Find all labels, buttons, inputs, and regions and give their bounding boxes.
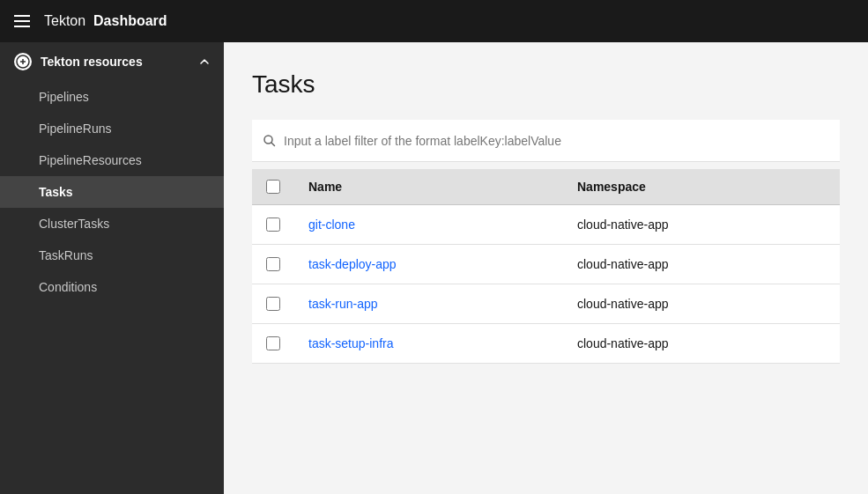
filter-bar [252,120,840,162]
task-link-0[interactable]: git-clone [308,218,355,232]
row-checkbox-1[interactable] [266,257,280,271]
row-namespace-cell: cloud-native-app [563,245,840,284]
row-checkbox-cell [252,205,294,245]
row-name-cell: task-deploy-app [294,245,563,284]
hamburger-menu[interactable] [14,15,30,27]
task-link-1[interactable]: task-deploy-app [308,257,397,271]
table-row: task-run-app cloud-native-app [252,284,840,324]
tasks-table: Name Namespace git-clone cloud-native-ap… [252,169,840,364]
task-link-3[interactable]: task-setup-infra [308,336,393,350]
table-header-checkbox [252,169,294,205]
row-name-cell: task-setup-infra [294,324,563,364]
row-checkbox-3[interactable] [266,336,280,350]
row-checkbox-0[interactable] [266,218,280,232]
row-namespace-cell: cloud-native-app [563,324,840,364]
sidebar-item-pipeline-resources[interactable]: PipelineResources [0,144,224,176]
chevron-up-icon [199,56,210,67]
row-checkbox-cell [252,245,294,284]
row-namespace-cell: cloud-native-app [563,284,840,324]
section-left: Tekton resources [14,53,143,70]
table-header-name: Name [294,169,563,205]
app-title: Tekton Dashboard [44,13,167,29]
main-content: Tasks Name Namespace [224,42,868,494]
row-name-cell: git-clone [294,205,563,245]
search-icon [263,134,277,148]
main-layout: Tekton resources Pipelines PipelineRuns … [0,42,868,494]
table-row: task-setup-infra cloud-native-app [252,324,840,364]
app-name-bold: Dashboard [93,13,167,28]
sidebar-item-conditions[interactable]: Conditions [0,271,224,303]
table-row: git-clone cloud-native-app [252,205,840,245]
sidebar-item-cluster-tasks[interactable]: ClusterTasks [0,208,224,240]
sidebar-item-tasks[interactable]: Tasks [0,176,224,208]
row-checkbox-2[interactable] [266,297,280,311]
table-header-row: Name Namespace [252,169,840,205]
sidebar: Tekton resources Pipelines PipelineRuns … [0,42,224,494]
sidebar-item-pipelines[interactable]: Pipelines [0,81,224,113]
row-checkbox-cell [252,324,294,364]
table-header-namespace: Namespace [563,169,840,205]
filter-input[interactable] [284,134,829,148]
task-link-2[interactable]: task-run-app [308,297,378,311]
sidebar-section-title: Tekton resources [41,55,143,69]
sidebar-item-pipeline-runs[interactable]: PipelineRuns [0,113,224,144]
app-name-normal: Tekton [44,13,85,28]
sidebar-section-header[interactable]: Tekton resources [0,42,224,81]
sidebar-item-task-runs[interactable]: TaskRuns [0,240,224,271]
page-title: Tasks [252,70,840,99]
row-name-cell: task-run-app [294,284,563,324]
top-header: Tekton Dashboard [0,0,868,42]
row-namespace-cell: cloud-native-app [563,205,840,245]
tekton-icon [14,53,32,70]
row-checkbox-cell [252,284,294,324]
select-all-checkbox[interactable] [266,180,280,194]
table-row: task-deploy-app cloud-native-app [252,245,840,284]
